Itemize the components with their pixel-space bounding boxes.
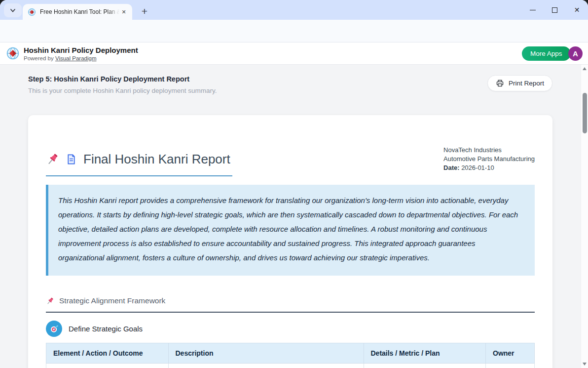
column-header: Element / Action / Outcome <box>46 343 169 364</box>
tab-title: Free Hoshin Kanri Tool: Plan & E <box>40 8 119 15</box>
cell-description: Establish NovaTech as the benchmark for … <box>168 364 364 368</box>
pushpin-icon <box>46 297 54 305</box>
target-icon <box>46 321 62 337</box>
page-scrollbar[interactable] <box>581 65 588 368</box>
new-tab-button[interactable]: + <box>137 4 152 19</box>
visual-paradigm-logo <box>6 46 20 60</box>
visual-paradigm-favicon <box>28 8 36 16</box>
company-industry: Automotive Parts Manufacturing <box>443 155 535 164</box>
subsection-title: Define Strategic Goals <box>69 325 143 333</box>
tab-search-button[interactable] <box>4 3 22 17</box>
scrollbar-thumb[interactable] <box>583 93 587 133</box>
powered-prefix: Powered by <box>24 55 55 61</box>
cell-details: Reduce defect rate to <0.5% of total uni… <box>364 364 486 368</box>
report-date: Date: 2026-01-10 <box>443 164 535 172</box>
subsection-head: Define Strategic Goals <box>46 321 535 337</box>
report-card: Final Hoshin Kanri Report NovaTech Indus… <box>28 115 552 368</box>
minimize-icon <box>530 10 536 10</box>
browser-window: Free Hoshin Kanri Tool: Plan & E ✕ + ✕ ←… <box>0 0 588 368</box>
visual-paradigm-link[interactable]: Visual Paradigm <box>55 55 97 61</box>
minimize-button[interactable] <box>521 0 544 20</box>
tab-close-icon[interactable]: ✕ <box>119 7 128 16</box>
company-info: NovaTech Industries Automotive Parts Man… <box>443 146 535 172</box>
summary-callout: This Hoshin Kanri report provides a comp… <box>46 185 535 276</box>
scroll-down-arrow[interactable] <box>583 363 587 366</box>
powered-by: Powered by Visual Paradigm <box>24 55 96 61</box>
browser-tab[interactable]: Free Hoshin Kanri Tool: Plan & E ✕ <box>23 4 132 20</box>
more-apps-button[interactable]: More Apps <box>522 46 571 61</box>
pushpin-icon <box>46 153 59 166</box>
step-subtitle: This is your complete Hoshin Kanri polic… <box>28 87 552 94</box>
section-head: Strategic Alignment Framework <box>46 296 535 305</box>
scroll-up-arrow[interactable] <box>583 67 587 70</box>
report-head: Final Hoshin Kanri Report NovaTech Indus… <box>46 146 535 176</box>
report-title: Final Hoshin Kanri Report <box>83 152 230 167</box>
page-header: Step 5: Hoshin Kanri Policy Deployment R… <box>28 75 552 103</box>
maximize-button[interactable] <box>544 0 566 20</box>
app-header: Hoshin Kanri Policy Deployment Powered b… <box>0 42 588 65</box>
close-button[interactable]: ✕ <box>566 0 588 20</box>
report-title-wrap: Final Hoshin Kanri Report <box>46 152 232 176</box>
browser-toolbar: ← → ai-toolbox.visual-paradigm.com/app/h… <box>0 20 588 42</box>
section-divider <box>46 312 535 313</box>
chevron-down-icon <box>9 7 16 14</box>
cell-owner: Chief Quality Officer <box>486 364 535 368</box>
page-content: Step 5: Hoshin Kanri Policy Deployment R… <box>0 65 581 368</box>
print-report-button[interactable]: Print Report <box>487 75 552 91</box>
summary-text: This Hoshin Kanri report provides a comp… <box>58 193 523 265</box>
date-value: 2026-01-10 <box>460 164 494 171</box>
section-title: Strategic Alignment Framework <box>59 296 165 305</box>
tab-strip: Free Hoshin Kanri Tool: Plan & E ✕ + ✕ <box>0 0 588 20</box>
cell-element: Achieve World-Class Quality <box>46 364 169 368</box>
column-header: Details / Metric / Plan <box>364 343 486 364</box>
printer-icon <box>496 79 504 87</box>
window-controls: ✕ <box>521 0 588 20</box>
document-icon <box>66 154 77 165</box>
company-name: NovaTech Industries <box>443 146 535 155</box>
table-row: Achieve World-Class Quality Establish No… <box>46 364 535 368</box>
date-label: Date: <box>443 164 460 171</box>
table-header-row: Element / Action / Outcome Description D… <box>46 343 535 364</box>
strategic-goals-table: Element / Action / Outcome Description D… <box>46 343 535 368</box>
column-header: Owner <box>486 343 535 364</box>
app-user-avatar[interactable]: A <box>568 46 583 61</box>
step-title: Step 5: Hoshin Kanri Policy Deployment R… <box>28 75 552 83</box>
print-report-label: Print Report <box>509 80 544 87</box>
app-title: Hoshin Kanri Policy Deployment <box>24 46 138 54</box>
column-header: Description <box>168 343 364 364</box>
maximize-icon <box>552 7 557 13</box>
